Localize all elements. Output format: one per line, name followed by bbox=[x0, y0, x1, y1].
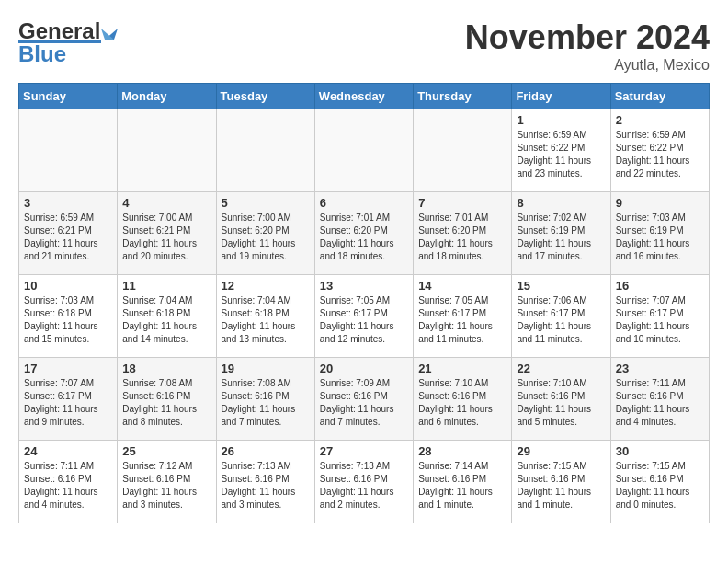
calendar-cell: 10Sunrise: 7:03 AM Sunset: 6:18 PM Dayli… bbox=[19, 275, 118, 358]
cell-info: Sunrise: 7:14 AM Sunset: 6:16 PM Dayligh… bbox=[418, 460, 506, 511]
day-number: 17 bbox=[24, 362, 112, 375]
cell-info: Sunrise: 7:11 AM Sunset: 6:16 PM Dayligh… bbox=[24, 460, 112, 511]
cell-info: Sunrise: 7:13 AM Sunset: 6:16 PM Dayligh… bbox=[222, 460, 310, 511]
calendar-cell: 23Sunrise: 7:11 AM Sunset: 6:16 PM Dayli… bbox=[610, 358, 709, 441]
calendar-cell: 25Sunrise: 7:12 AM Sunset: 6:16 PM Dayli… bbox=[118, 441, 216, 523]
calendar-cell: 26Sunrise: 7:13 AM Sunset: 6:16 PM Dayli… bbox=[216, 441, 314, 523]
cell-info: Sunrise: 7:03 AM Sunset: 6:19 PM Dayligh… bbox=[616, 212, 704, 263]
calendar-cell: 5Sunrise: 7:00 AM Sunset: 6:20 PM Daylig… bbox=[216, 192, 314, 275]
calendar-cell: 28Sunrise: 7:14 AM Sunset: 6:16 PM Dayli… bbox=[414, 441, 512, 523]
day-number: 8 bbox=[517, 196, 605, 210]
calendar-cell: 2Sunrise: 6:59 AM Sunset: 6:22 PM Daylig… bbox=[610, 109, 709, 192]
cell-info: Sunrise: 7:00 AM Sunset: 6:20 PM Dayligh… bbox=[222, 212, 310, 263]
day-number: 2 bbox=[616, 113, 704, 127]
day-number: 19 bbox=[222, 362, 310, 375]
day-header-saturday: Saturday bbox=[610, 84, 709, 109]
cell-info: Sunrise: 7:06 AM Sunset: 6:17 PM Dayligh… bbox=[517, 294, 605, 346]
location: Ayutla, Mexico bbox=[465, 57, 710, 74]
calendar-cell: 27Sunrise: 7:13 AM Sunset: 6:16 PM Dayli… bbox=[314, 441, 413, 523]
logo-bird-icon bbox=[101, 21, 118, 41]
calendar-cell: 30Sunrise: 7:15 AM Sunset: 6:16 PM Dayli… bbox=[610, 441, 709, 523]
calendar-cell: 1Sunrise: 6:59 AM Sunset: 6:22 PM Daylig… bbox=[512, 109, 610, 192]
day-number: 28 bbox=[418, 444, 506, 458]
day-number: 4 bbox=[122, 196, 210, 210]
day-number: 12 bbox=[222, 279, 310, 293]
day-header-wednesday: Wednesday bbox=[314, 84, 413, 109]
day-number: 30 bbox=[616, 444, 704, 458]
calendar-cell: 6Sunrise: 7:01 AM Sunset: 6:20 PM Daylig… bbox=[314, 192, 413, 275]
cell-info: Sunrise: 6:59 AM Sunset: 6:21 PM Dayligh… bbox=[24, 212, 112, 263]
day-number: 18 bbox=[122, 362, 210, 375]
day-number: 3 bbox=[24, 196, 112, 210]
cell-info: Sunrise: 7:09 AM Sunset: 6:16 PM Dayligh… bbox=[320, 377, 408, 429]
cell-info: Sunrise: 7:04 AM Sunset: 6:18 PM Dayligh… bbox=[222, 294, 310, 346]
cell-info: Sunrise: 7:08 AM Sunset: 6:16 PM Dayligh… bbox=[222, 377, 310, 429]
day-header-tuesday: Tuesday bbox=[216, 84, 314, 109]
cell-info: Sunrise: 7:10 AM Sunset: 6:16 PM Dayligh… bbox=[418, 377, 506, 429]
day-number: 27 bbox=[320, 444, 408, 458]
day-number: 21 bbox=[418, 362, 506, 375]
day-number: 1 bbox=[517, 113, 605, 127]
calendar-cell bbox=[314, 109, 413, 192]
calendar-cell: 8Sunrise: 7:02 AM Sunset: 6:19 PM Daylig… bbox=[512, 192, 610, 275]
day-number: 29 bbox=[517, 444, 605, 458]
cell-info: Sunrise: 7:05 AM Sunset: 6:17 PM Dayligh… bbox=[320, 294, 408, 346]
cell-info: Sunrise: 6:59 AM Sunset: 6:22 PM Dayligh… bbox=[517, 129, 605, 180]
calendar-cell: 7Sunrise: 7:01 AM Sunset: 6:20 PM Daylig… bbox=[414, 192, 512, 275]
cell-info: Sunrise: 7:04 AM Sunset: 6:18 PM Dayligh… bbox=[122, 294, 210, 346]
day-header-thursday: Thursday bbox=[414, 84, 512, 109]
calendar-cell bbox=[216, 109, 314, 192]
day-number: 23 bbox=[616, 362, 704, 375]
calendar-cell: 15Sunrise: 7:06 AM Sunset: 6:17 PM Dayli… bbox=[512, 275, 610, 358]
cell-info: Sunrise: 6:59 AM Sunset: 6:22 PM Dayligh… bbox=[616, 129, 704, 180]
day-number: 24 bbox=[24, 444, 112, 458]
calendar-cell: 4Sunrise: 7:00 AM Sunset: 6:21 PM Daylig… bbox=[118, 192, 216, 275]
cell-info: Sunrise: 7:01 AM Sunset: 6:20 PM Dayligh… bbox=[320, 212, 408, 263]
logo-blue: Blue bbox=[18, 41, 66, 67]
day-number: 6 bbox=[320, 196, 408, 210]
day-number: 16 bbox=[616, 279, 704, 293]
calendar-cell: 17Sunrise: 7:07 AM Sunset: 6:17 PM Dayli… bbox=[19, 358, 118, 441]
day-header-sunday: Sunday bbox=[19, 84, 118, 109]
day-number: 10 bbox=[24, 279, 112, 293]
day-number: 5 bbox=[222, 196, 310, 210]
page-header: General Blue November 2024 Ayutla, Mexic… bbox=[18, 18, 710, 74]
title-block: November 2024 Ayutla, Mexico bbox=[465, 18, 710, 74]
day-number: 15 bbox=[517, 279, 605, 293]
cell-info: Sunrise: 7:08 AM Sunset: 6:16 PM Dayligh… bbox=[122, 377, 210, 429]
calendar-cell: 19Sunrise: 7:08 AM Sunset: 6:16 PM Dayli… bbox=[216, 358, 314, 441]
calendar-cell: 21Sunrise: 7:10 AM Sunset: 6:16 PM Dayli… bbox=[414, 358, 512, 441]
day-number: 7 bbox=[418, 196, 506, 210]
calendar-cell: 11Sunrise: 7:04 AM Sunset: 6:18 PM Dayli… bbox=[118, 275, 216, 358]
cell-info: Sunrise: 7:12 AM Sunset: 6:16 PM Dayligh… bbox=[122, 460, 210, 511]
day-number: 20 bbox=[320, 362, 408, 375]
calendar-cell: 29Sunrise: 7:15 AM Sunset: 6:16 PM Dayli… bbox=[512, 441, 610, 523]
calendar-cell: 18Sunrise: 7:08 AM Sunset: 6:16 PM Dayli… bbox=[118, 358, 216, 441]
month-title: November 2024 bbox=[465, 18, 710, 57]
day-number: 25 bbox=[122, 444, 210, 458]
calendar-cell bbox=[19, 109, 118, 192]
day-number: 14 bbox=[418, 279, 506, 293]
calendar-cell: 20Sunrise: 7:09 AM Sunset: 6:16 PM Dayli… bbox=[314, 358, 413, 441]
day-header-friday: Friday bbox=[512, 84, 610, 109]
cell-info: Sunrise: 7:00 AM Sunset: 6:21 PM Dayligh… bbox=[122, 212, 210, 263]
day-number: 13 bbox=[320, 279, 408, 293]
cell-info: Sunrise: 7:07 AM Sunset: 6:17 PM Dayligh… bbox=[616, 294, 704, 346]
cell-info: Sunrise: 7:13 AM Sunset: 6:16 PM Dayligh… bbox=[320, 460, 408, 511]
calendar-cell: 12Sunrise: 7:04 AM Sunset: 6:18 PM Dayli… bbox=[216, 275, 314, 358]
cell-info: Sunrise: 7:03 AM Sunset: 6:18 PM Dayligh… bbox=[24, 294, 112, 346]
calendar-cell: 24Sunrise: 7:11 AM Sunset: 6:16 PM Dayli… bbox=[19, 441, 118, 523]
cell-info: Sunrise: 7:11 AM Sunset: 6:16 PM Dayligh… bbox=[616, 377, 704, 429]
cell-info: Sunrise: 7:05 AM Sunset: 6:17 PM Dayligh… bbox=[418, 294, 506, 346]
calendar-cell bbox=[414, 109, 512, 192]
calendar-cell: 22Sunrise: 7:10 AM Sunset: 6:16 PM Dayli… bbox=[512, 358, 610, 441]
cell-info: Sunrise: 7:15 AM Sunset: 6:16 PM Dayligh… bbox=[517, 460, 605, 511]
day-number: 26 bbox=[222, 444, 310, 458]
calendar-cell: 16Sunrise: 7:07 AM Sunset: 6:17 PM Dayli… bbox=[610, 275, 709, 358]
calendar-cell: 3Sunrise: 6:59 AM Sunset: 6:21 PM Daylig… bbox=[19, 192, 118, 275]
cell-info: Sunrise: 7:01 AM Sunset: 6:20 PM Dayligh… bbox=[418, 212, 506, 263]
logo: General Blue bbox=[18, 18, 119, 67]
day-number: 22 bbox=[517, 362, 605, 375]
calendar-cell: 13Sunrise: 7:05 AM Sunset: 6:17 PM Dayli… bbox=[314, 275, 413, 358]
day-number: 9 bbox=[616, 196, 704, 210]
